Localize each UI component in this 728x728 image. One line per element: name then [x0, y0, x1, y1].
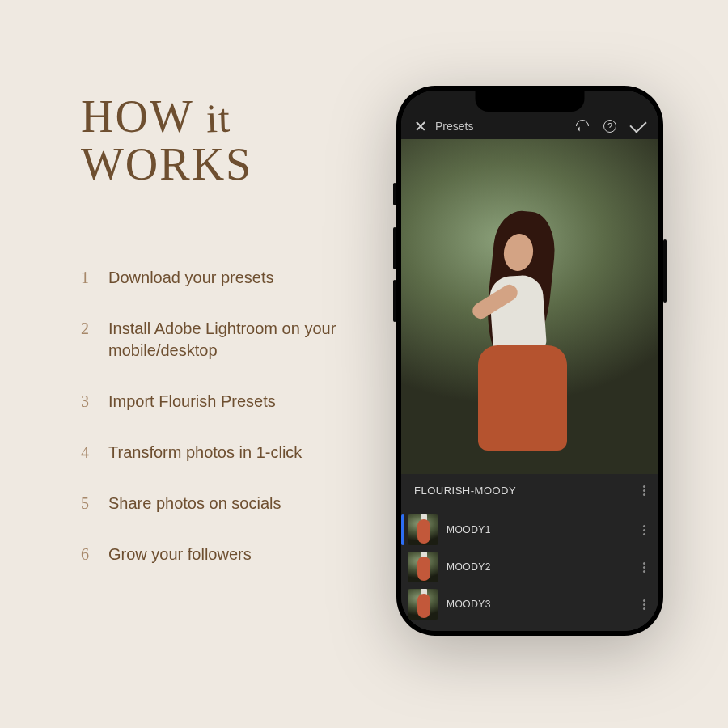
preset-thumbnail — [408, 589, 438, 620]
close-icon[interactable] — [414, 120, 427, 133]
more-dots-icon[interactable] — [643, 525, 645, 535]
preset-thumbnail — [408, 552, 438, 582]
step-item: 6 Grow your followers — [81, 544, 372, 565]
preset-group-header[interactable]: FLOURISH-MOODY — [401, 474, 658, 506]
phone-power-button — [663, 239, 667, 303]
step-item: 3 Import Flourish Presets — [81, 391, 372, 413]
step-text: Grow your followers — [108, 544, 252, 565]
help-icon[interactable]: ? — [603, 120, 616, 133]
main-heading: HOW it WORKS — [81, 93, 252, 188]
phone-volume-down — [393, 280, 396, 322]
more-dots-icon[interactable] — [643, 599, 645, 610]
step-number: 4 — [81, 442, 91, 463]
step-item: 4 Transform photos in 1-click — [81, 442, 372, 463]
preset-group-name: FLOURISH-MOODY — [414, 485, 516, 497]
preset-item[interactable]: MOODY1 — [401, 511, 658, 548]
phone-mute-switch — [393, 183, 396, 205]
heading-word-how: HOW — [81, 91, 193, 142]
heading-word-works: WORKS — [81, 141, 252, 188]
preset-item[interactable]: MOODY3 — [401, 586, 658, 623]
marketing-card: HOW it WORKS 1 Download your presets 2 I… — [0, 0, 728, 728]
step-text: Install Adobe Lightroom on your mobile/d… — [108, 318, 372, 362]
preset-list: MOODY1 MOODY2 MOODY3 — [401, 506, 658, 631]
preset-thumbnail — [408, 514, 438, 545]
heading-line-1: HOW it — [81, 93, 252, 141]
step-text: Transform photos in 1-click — [108, 442, 302, 463]
header-title: Presets — [435, 120, 473, 133]
preset-label: MOODY1 — [447, 524, 635, 535]
step-number: 5 — [81, 493, 91, 514]
preview-photo[interactable] — [401, 139, 658, 474]
steps-list: 1 Download your presets 2 Install Adobe … — [81, 267, 372, 595]
step-item: 1 Download your presets — [81, 267, 372, 289]
step-number: 1 — [81, 267, 91, 289]
phone-screen: Presets ? — [401, 91, 658, 631]
undo-icon[interactable] — [574, 117, 592, 136]
step-number: 6 — [81, 544, 91, 565]
step-number: 3 — [81, 391, 91, 413]
phone-body: Presets ? — [396, 86, 663, 636]
confirm-icon[interactable] — [629, 116, 646, 133]
phone-notch — [476, 91, 585, 112]
step-text: Download your presets — [108, 267, 274, 289]
preset-label: MOODY2 — [447, 561, 635, 573]
preset-label: MOODY3 — [447, 599, 635, 610]
step-item: 5 Share photos on socials — [81, 493, 372, 514]
preset-item[interactable]: MOODY2 — [401, 548, 658, 586]
step-text: Import Flourish Presets — [108, 391, 276, 413]
step-number: 2 — [81, 318, 91, 362]
more-dots-icon[interactable] — [643, 562, 645, 573]
heading-word-it: it — [205, 96, 231, 140]
step-text: Share photos on socials — [108, 493, 281, 514]
step-item: 2 Install Adobe Lightroom on your mobile… — [81, 318, 372, 362]
more-dots-icon[interactable] — [643, 485, 645, 496]
phone-volume-up — [393, 227, 396, 269]
photo-subject — [459, 219, 580, 446]
phone-mockup: Presets ? — [396, 86, 663, 636]
